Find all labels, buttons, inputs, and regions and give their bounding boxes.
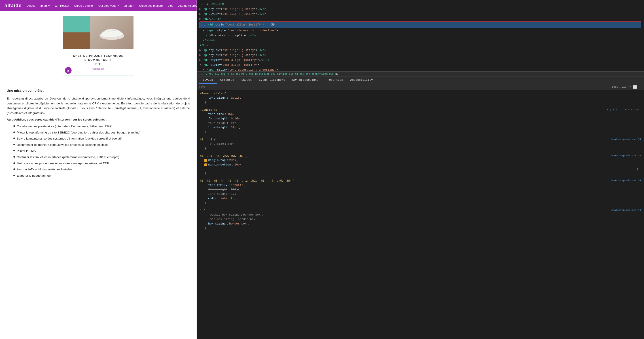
css-selector: * { <box>200 209 205 212</box>
css-rule-source[interactable]: style.min.c…220727:1541 <box>607 108 641 112</box>
css-prop-value[interactable]: 16px <box>228 112 234 116</box>
css-prop-value[interactable]: border-box <box>229 222 247 226</box>
css-property-line: text-align : left ; <box>200 121 641 126</box>
css-rule-source[interactable]: bootstrap.min.css:14 <box>611 179 641 183</box>
list-item: Suivre la maintenance des systèmes d'inf… <box>14 136 190 141</box>
nav-disqus[interactable]: Disqus <box>26 4 36 8</box>
css-property-line: color : inherit ; <box>200 196 641 201</box>
bullet-dot <box>14 156 15 158</box>
css-prop-checkbox <box>204 113 207 116</box>
list-item: Elaborer le budget annuel <box>14 173 190 178</box>
css-property-line: text-align : justify ; <box>200 96 641 100</box>
tab-layout[interactable]: Layout <box>238 76 255 84</box>
css-plus-btn[interactable]: + <box>629 85 631 89</box>
css-prop-value[interactable]: border-box <box>243 213 260 217</box>
nav-qui[interactable]: Qui êtes-vous ? <box>98 4 119 8</box>
css-prop-name[interactable]: margin-top <box>208 158 226 162</box>
css-prop-name[interactable]: box-sizing <box>208 222 226 226</box>
breadcrumb-item-active[interactable]: h3 <box>336 73 338 75</box>
css-prop-name[interactable]: font-weight <box>208 116 228 121</box>
css-add-prop-btn[interactable]: + <box>636 167 639 171</box>
css-prop-name[interactable]: line-height <box>208 192 228 196</box>
css-prop-value[interactable]: left <box>229 121 236 126</box>
tab-styles[interactable]: Styles <box>199 76 217 84</box>
job-logo-overlay: a <box>65 67 72 74</box>
tab-computed[interactable]: Computed <box>217 76 238 84</box>
css-prop-name[interactable]: -moz-box-sizing <box>208 217 234 222</box>
css-prop-checkbox[interactable] <box>204 164 207 166</box>
list-item: Piloter le replatforming du site B2B/B2C… <box>14 130 190 135</box>
css-rule-source[interactable]: bootstrap.min.css:14 <box>611 154 641 158</box>
css-prop-name[interactable]: font-family <box>208 183 228 188</box>
breadcrumb-item[interactable]: div.the-content.pad-30d <box>300 73 334 75</box>
css-prop-name[interactable]: text-align <box>208 96 226 100</box>
css-prop-name[interactable]: text-align <box>208 121 226 126</box>
job-card-left-col <box>63 16 90 49</box>
css-rule-close: } <box>200 130 641 134</box>
job-card-right-col <box>90 16 134 49</box>
css-prop-name[interactable]: margin-bottom <box>208 162 231 167</box>
css-prop-value[interactable]: justify <box>229 96 242 100</box>
css-prop-value[interactable]: inherit <box>220 196 233 201</box>
article-paragraph1: En reporting direct auprès du Directeur … <box>7 96 190 116</box>
css-rule-source[interactable]: bootstrap.min.css:14 <box>611 209 641 213</box>
css-prop-value[interactable]: inherit <box>231 183 243 188</box>
breadcrumb-item[interactable]: v.row <box>206 73 213 75</box>
css-prop-name[interactable]: line-height <box>208 126 228 130</box>
css-prop-value[interactable]: 20px <box>229 158 236 162</box>
nav-blog[interactable]: Blog <box>168 4 173 8</box>
nav-wprocket[interactable]: WP Rocket <box>54 4 69 8</box>
css-property-line: line-height : 30px ; <box>200 126 641 130</box>
breadcrumb-item[interactable]: div.col-xs-12.col-md-7.col-lg-8.color-00… <box>215 73 276 75</box>
css-prop-name[interactable]: font-size <box>208 142 224 146</box>
tab-event-listeners[interactable]: Event Listeners <box>255 76 289 84</box>
css-prop-value[interactable]: 24px <box>228 142 234 146</box>
css-prop-name[interactable]: -webkit-box-sizing <box>208 213 240 217</box>
job-title-line1: CHEF DE PROJET TECHNIQUE <box>73 54 124 58</box>
css-copy-icon[interactable]: ⬜ <box>633 85 637 89</box>
css-filter-input[interactable] <box>199 86 244 88</box>
css-prop-checkbox <box>204 143 207 146</box>
css-prop-checkbox <box>204 193 207 196</box>
nav-offres[interactable]: Offres d'emploi <box>74 4 94 8</box>
css-prop-value[interactable]: 1.1 <box>231 192 236 196</box>
css-rule-source[interactable]: bootstrap.min.css:14 <box>611 138 641 142</box>
job-card-teal <box>63 16 90 32</box>
html-line: </h3> <box>200 43 641 48</box>
css-property-line: font-size : 16px ; <box>200 112 641 116</box>
css-hov-pseudo[interactable]: :hov <box>612 86 618 88</box>
nav-team[interactable]: La team <box>124 4 134 8</box>
css-prop-value[interactable]: bolder <box>231 116 242 121</box>
nav-guide[interactable]: Guide des métiers <box>139 4 163 8</box>
css-property-line: margin-bottom : 10px ; <box>200 162 641 167</box>
css-prop-value[interactable]: 30px <box>231 126 238 130</box>
css-prop-value[interactable]: 10px <box>234 162 241 167</box>
job-card-bottom: CHEF DE PROJET TECHNIQUE E-COMMERCE/IT H… <box>63 49 134 76</box>
css-prop-checkbox <box>204 218 207 221</box>
css-prop-value[interactable]: border-box <box>238 217 255 222</box>
css-prop-checkbox[interactable] <box>204 159 207 162</box>
tab-accessibility[interactable]: Accessibility <box>346 76 376 84</box>
nav-altaide[interactable]: Altaïde Approved <box>178 4 197 8</box>
breadcrumb-item[interactable]: div.pad-15c-md <box>277 73 298 75</box>
job-location: Yvelines (78) <box>91 67 106 70</box>
nav-imagify[interactable]: Imagify <box>40 4 50 8</box>
css-rule-close: } <box>200 226 641 230</box>
bullet-dot <box>14 150 15 152</box>
tab-dom-breakpoints[interactable]: DOM Breakpoints <box>289 76 322 84</box>
css-selector: h1, .h1, h2, .h2, h3, .h3 { <box>200 154 247 158</box>
css-prop-name[interactable]: font-weight <box>208 188 228 192</box>
css-prop-name[interactable]: font-size <box>208 112 224 116</box>
svg-point-2 <box>110 30 111 31</box>
html-selected-node[interactable]: ... <h3 style="text-align: justify"> == … <box>200 22 641 28</box>
css-property-line: margin-top : 20px ; <box>200 158 641 162</box>
css-cls-pseudo[interactable]: .cls <box>620 86 626 88</box>
tab-properties[interactable]: Properties <box>322 76 346 84</box>
css-prop-value[interactable]: 500 <box>231 188 236 192</box>
html-line: ... ▶ <p>…</p> <box>200 2 641 7</box>
site-brand[interactable]: altaïde <box>4 3 22 8</box>
css-settings-icon[interactable]: ⋮ <box>639 85 642 89</box>
css-colon: : <box>226 96 228 100</box>
css-prop-name[interactable]: color <box>208 196 217 201</box>
devtools-breadcrumb: ... v.row div.col-xs-12.col-md-7.col-lg-… <box>197 72 644 76</box>
